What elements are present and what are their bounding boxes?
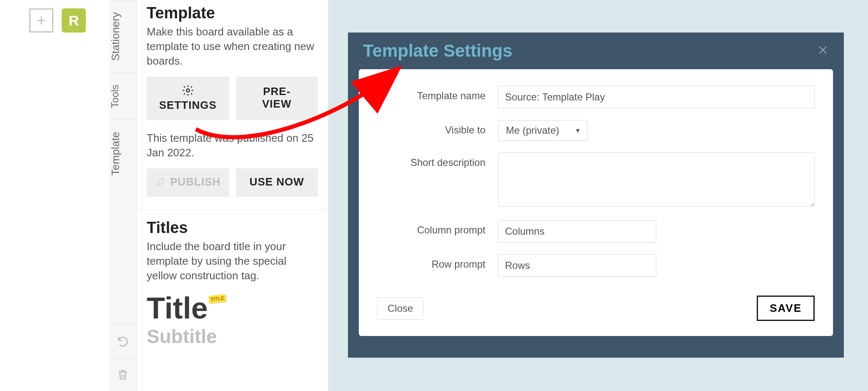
settings-button-label: SETTINGS xyxy=(159,99,217,112)
column-prompt-input[interactable] xyxy=(498,220,656,243)
row-prompt-label: Row prompt xyxy=(377,254,485,270)
title-sample[interactable]: Title TITLE xyxy=(147,291,226,325)
rocket-icon xyxy=(155,177,166,188)
dialog-close-button[interactable]: Close xyxy=(377,297,423,320)
row-prompt-input[interactable] xyxy=(498,254,656,277)
plus-icon xyxy=(35,14,48,27)
publish-button[interactable]: PUBLISH xyxy=(147,168,229,197)
side-tab-strip: Stationery Tools Template xyxy=(109,0,137,391)
published-note: This template was published on 25 Jan 20… xyxy=(147,131,318,160)
tab-template[interactable]: Template xyxy=(109,120,136,188)
visible-to-value: Me (private) xyxy=(506,125,559,136)
trash-button[interactable] xyxy=(109,358,136,391)
template-description: Make this board available as a template … xyxy=(147,25,318,68)
undo-icon xyxy=(116,335,130,348)
column-prompt-label: Column prompt xyxy=(377,220,485,236)
preview-button-label: PRE- VIEW xyxy=(262,85,291,110)
visible-to-select[interactable]: Me (private) ▾ xyxy=(498,120,588,141)
subtitle-sample[interactable]: Subtitle xyxy=(147,325,318,348)
panel-divider xyxy=(137,209,328,210)
visible-to-label: Visible to xyxy=(377,120,485,136)
short-description-input[interactable] xyxy=(498,153,815,207)
dialog-title: Template Settings xyxy=(363,41,513,61)
chevron-down-icon: ▾ xyxy=(576,126,580,135)
preview-button[interactable]: PRE- VIEW xyxy=(236,77,318,120)
settings-button[interactable]: SETTINGS xyxy=(147,77,229,120)
title-badge: TITLE xyxy=(208,294,226,303)
title-sample-text: Title xyxy=(147,291,208,325)
template-settings-dialog: Template Settings Template name Visible … xyxy=(348,33,844,358)
template-name-input[interactable] xyxy=(498,86,815,108)
user-tag[interactable]: R xyxy=(62,8,86,33)
dialog-body: Template name Visible to Me (private) ▾ … xyxy=(359,69,833,336)
tab-tools[interactable]: Tools xyxy=(109,73,136,120)
undo-button[interactable] xyxy=(109,324,136,358)
add-button[interactable] xyxy=(29,8,53,33)
template-name-label: Template name xyxy=(377,86,485,102)
publish-button-label: PUBLISH xyxy=(170,176,220,188)
titles-heading: Titles xyxy=(147,219,318,237)
svg-point-0 xyxy=(186,89,190,93)
trash-icon xyxy=(117,368,129,381)
template-heading: Template xyxy=(147,4,318,22)
gear-icon xyxy=(182,84,194,97)
short-description-label: Short description xyxy=(377,153,485,168)
titles-description: Include the board title in your template… xyxy=(147,239,318,283)
use-now-button-label: USE NOW xyxy=(250,176,304,188)
tab-stationery[interactable]: Stationery xyxy=(109,0,136,73)
left-toolbar: R xyxy=(29,8,86,33)
template-panel: Template Make this board available as a … xyxy=(137,0,328,391)
dialog-close-x[interactable] xyxy=(817,43,829,59)
dialog-save-button[interactable]: SAVE xyxy=(757,296,815,321)
close-icon xyxy=(817,44,829,56)
use-now-button[interactable]: USE NOW xyxy=(236,168,318,197)
